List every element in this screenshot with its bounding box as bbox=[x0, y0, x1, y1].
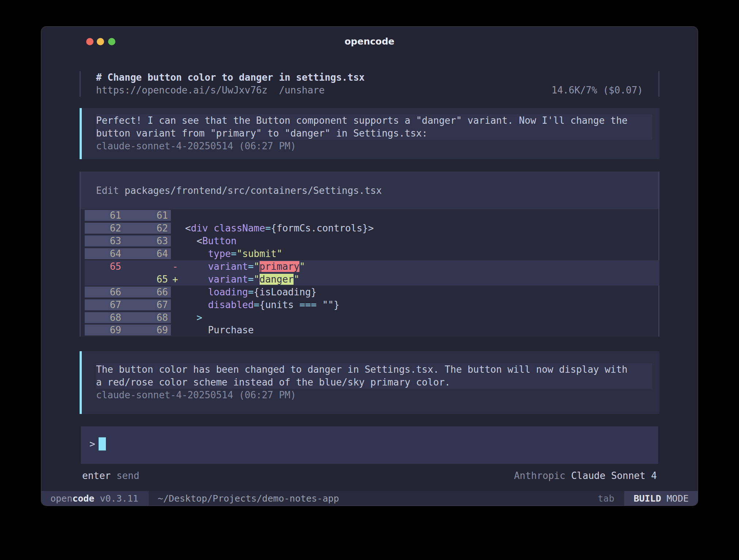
message-line: Perfect! I can see that the Button compo… bbox=[96, 114, 652, 127]
app-version: v0.3.11 bbox=[100, 493, 138, 504]
diff-row: 6666 loading={isLoading} bbox=[85, 285, 658, 298]
diff-row: 65- variant="primary" bbox=[85, 260, 659, 273]
model-name: Claude Sonnet 4 bbox=[571, 470, 657, 481]
message-line: button variant from "primary" to "danger… bbox=[96, 127, 652, 140]
assistant-message: Perfect! I can see that the Button compo… bbox=[80, 108, 659, 159]
send-hint: enter send bbox=[82, 469, 139, 482]
edit-tool-header: Edit packages/frontend/src/containers/Se… bbox=[81, 172, 658, 209]
mode-chip[interactable]: BUILD MODE bbox=[624, 491, 698, 506]
session-title: # Change button color to danger in setti… bbox=[96, 71, 643, 84]
window-title: opencode bbox=[41, 36, 698, 47]
diff-row: 6969 Purchase bbox=[85, 324, 658, 337]
app-name: open bbox=[50, 493, 72, 504]
context-stats: 14.6K/7% ($0.07) bbox=[552, 84, 643, 97]
message-model-meta: claude-sonnet-4-20250514 (06:27 PM) bbox=[96, 140, 652, 153]
session-header: # Change button color to danger in setti… bbox=[80, 71, 659, 97]
mode-name: BUILD bbox=[633, 493, 661, 504]
diff-rows: 61616262<div className={formCs.controls}… bbox=[81, 209, 658, 337]
diff-row: 6464 type="submit" bbox=[85, 248, 658, 260]
enter-key-hint: enter bbox=[82, 470, 111, 481]
send-label: send bbox=[116, 470, 139, 481]
diff-row: 6161 bbox=[85, 209, 658, 222]
mode-suffix: MODE bbox=[661, 493, 689, 504]
prompt-input[interactable]: > bbox=[80, 426, 659, 464]
share-url-link[interactable]: https://opencode.ai/s/UwJxv76z bbox=[96, 85, 268, 96]
unshare-command[interactable]: /unshare bbox=[279, 85, 325, 96]
diff-row: 6868 > bbox=[85, 311, 658, 324]
session-share-row: https://opencode.ai/s/UwJxv76z /unshare bbox=[96, 84, 325, 97]
hint-row: enter send Anthropic Claude Sonnet 4 bbox=[80, 469, 659, 482]
opencode-window: opencode # Change button color to danger… bbox=[41, 27, 698, 506]
message-line: The button color has been changed to dan… bbox=[96, 363, 652, 376]
diff-row: 6262<div className={formCs.controls}> bbox=[85, 222, 658, 235]
edit-action-label: Edit bbox=[96, 185, 119, 196]
text-cursor bbox=[99, 437, 106, 450]
mode-switch-key[interactable]: tab bbox=[598, 493, 624, 504]
model-provider: Anthropic bbox=[514, 470, 566, 481]
titlebar: opencode bbox=[41, 27, 698, 70]
app-name-bold: code bbox=[72, 493, 94, 504]
edit-file-path: packages/frontend/src/containers/Setting… bbox=[125, 185, 382, 196]
diff-row: 6767 disabled={units === ""} bbox=[85, 298, 658, 311]
assistant-message: The button color has been changed to dan… bbox=[80, 351, 659, 414]
message-model-meta: claude-sonnet-4-20250514 (06:27 PM) bbox=[96, 389, 652, 402]
app-version-chip: opencode v0.3.11 bbox=[41, 491, 149, 506]
diff-row: 6363 <Button bbox=[85, 235, 658, 248]
edit-tool-card: Edit packages/frontend/src/containers/Se… bbox=[80, 172, 659, 337]
working-directory: ~/Desktop/Projects/demo-notes-app bbox=[149, 493, 339, 504]
diff-row: 65+ variant="danger" bbox=[85, 273, 659, 285]
model-indicator: Anthropic Claude Sonnet 4 bbox=[514, 469, 657, 482]
prompt-symbol: > bbox=[89, 438, 95, 449]
message-line: a red/rose color scheme instead of the b… bbox=[96, 376, 652, 389]
status-bar: opencode v0.3.11 ~/Desktop/Projects/demo… bbox=[41, 491, 698, 506]
